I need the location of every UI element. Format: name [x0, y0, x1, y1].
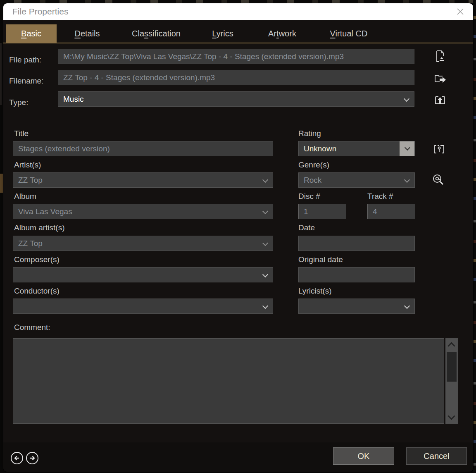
- rating-combobox[interactable]: Unknown: [298, 141, 415, 156]
- tab-bar: Basic Details Classification Lyrics Artw…: [3, 20, 473, 43]
- chevron-down-icon: [404, 96, 409, 102]
- title-field[interactable]: Stages (extended version): [13, 141, 273, 156]
- file-path-label: File path:: [9, 52, 41, 67]
- album-artists-label: Album artist(s): [14, 223, 64, 232]
- background-remnants-right: [473, 0, 476, 473]
- composers-label: Composer(s): [14, 255, 60, 264]
- background-fragment: [0, 174, 3, 193]
- scrollbar-thumb[interactable]: [447, 352, 457, 382]
- folder-up-icon: [433, 93, 447, 106]
- date-field[interactable]: [298, 236, 415, 251]
- title-label: Title: [14, 129, 29, 138]
- tab-basic[interactable]: Basic: [6, 24, 57, 43]
- album-combobox[interactable]: Viva Las Vegas: [13, 204, 273, 219]
- cancel-button[interactable]: Cancel: [406, 447, 467, 465]
- artists-label: Artist(s): [14, 160, 41, 170]
- tab-details[interactable]: Details: [57, 24, 118, 43]
- rating-label: Rating: [298, 129, 321, 138]
- file-eject-icon: [434, 49, 446, 63]
- disc-field[interactable]: 1: [298, 204, 346, 219]
- background-fragment: [0, 43, 2, 105]
- chevron-down-icon: [404, 177, 410, 183]
- close-icon: [456, 7, 465, 16]
- file-eject-button[interactable]: [433, 49, 447, 63]
- window-title: File Properties: [12, 3, 68, 20]
- comment-scrollbar[interactable]: [445, 338, 458, 424]
- track-field[interactable]: 4: [367, 204, 415, 219]
- folder-move-icon: [433, 72, 447, 84]
- auto-tag-icon: [433, 143, 446, 156]
- prev-arrow-icon: [13, 454, 21, 462]
- genres-label: Genre(s): [298, 160, 329, 170]
- comment-label: Comment:: [14, 323, 50, 332]
- chevron-down-icon: [405, 145, 410, 150]
- tab-virtual-cd[interactable]: Virtual CD: [314, 24, 384, 43]
- chevron-down-icon: [262, 272, 268, 277]
- scroll-up-icon[interactable]: [447, 342, 455, 349]
- track-label: Track #: [367, 192, 393, 201]
- lyricists-combobox[interactable]: [298, 299, 415, 314]
- original-date-label: Original date: [298, 255, 343, 264]
- conductors-label: Conductor(s): [14, 287, 60, 296]
- conductors-combobox[interactable]: [13, 299, 273, 314]
- next-arrow-icon: [29, 454, 36, 462]
- chevron-down-icon: [404, 303, 410, 309]
- lyricists-label: Lyricist(s): [298, 287, 332, 296]
- filename-label: Filename:: [9, 73, 43, 88]
- chevron-down-icon: [262, 208, 268, 214]
- chevron-down-icon: [262, 240, 268, 246]
- filename-field[interactable]: ZZ Top - 4 - Stages (extended version).m…: [58, 70, 414, 85]
- tab-classification[interactable]: Classification: [118, 24, 195, 43]
- original-date-field[interactable]: [298, 267, 415, 282]
- artists-combobox[interactable]: ZZ Top: [13, 172, 273, 188]
- comment-textarea[interactable]: [13, 338, 444, 424]
- footer: OK Cancel: [3, 442, 473, 472]
- album-label: Album: [14, 192, 36, 201]
- composers-combobox[interactable]: [13, 267, 273, 282]
- tab-artwork[interactable]: Artwork: [251, 24, 314, 43]
- background-remnants-top: [0, 0, 476, 3]
- date-label: Date: [298, 223, 315, 232]
- web-lookup-button[interactable]: [431, 173, 445, 187]
- file-path-field[interactable]: M:\My Music\ZZ Top\Viva Las Vegas\ZZ Top…: [58, 49, 414, 64]
- ok-button[interactable]: OK: [333, 447, 394, 465]
- album-artists-combobox[interactable]: ZZ Top: [13, 236, 273, 251]
- next-file-button[interactable]: [26, 452, 38, 464]
- type-label: Type:: [9, 95, 28, 110]
- close-button[interactable]: [452, 4, 469, 19]
- previous-file-button[interactable]: [11, 452, 23, 464]
- disc-label: Disc #: [298, 192, 320, 201]
- folder-move-button[interactable]: [433, 71, 447, 85]
- scroll-down-icon[interactable]: [447, 412, 455, 420]
- chevron-down-icon: [262, 177, 268, 183]
- chevron-down-icon: [262, 303, 268, 309]
- folder-up-button[interactable]: [433, 93, 447, 107]
- tab-lyrics[interactable]: Lyrics: [195, 24, 251, 43]
- genres-combobox[interactable]: Rock: [298, 172, 415, 188]
- web-lookup-icon: [431, 173, 445, 187]
- auto-tag-button[interactable]: [432, 142, 446, 156]
- file-properties-dialog: File Properties Basic Details Classifica…: [3, 3, 473, 472]
- rating-dropdown-button[interactable]: [400, 141, 414, 156]
- type-combobox[interactable]: Music: [58, 91, 414, 107]
- titlebar: File Properties: [3, 3, 473, 20]
